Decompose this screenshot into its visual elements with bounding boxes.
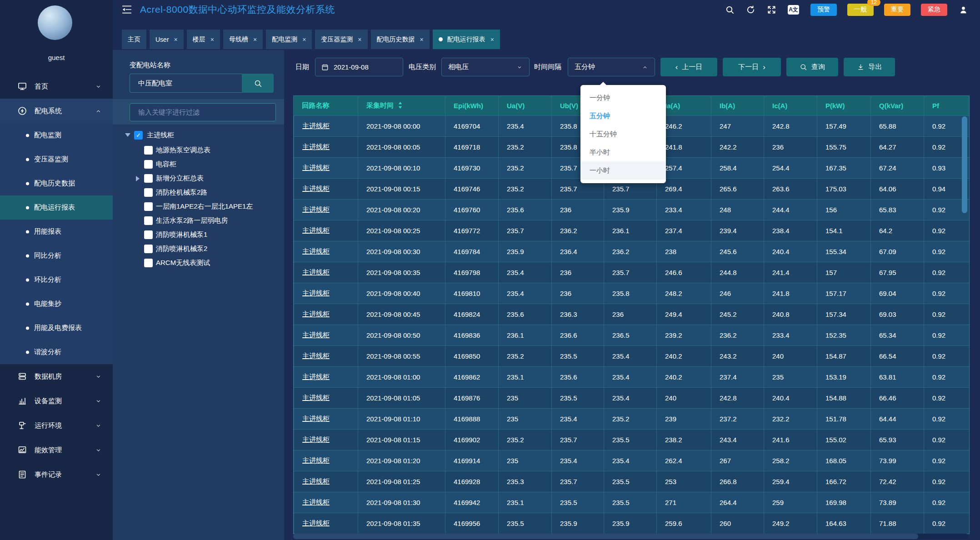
tree-node[interactable]: 生活水泵2路一层弱电房: [113, 214, 284, 228]
circuit-link[interactable]: 主进线柜: [294, 325, 358, 346]
circuit-link[interactable]: 主进线柜: [294, 283, 358, 304]
interval-select[interactable]: 五分钟: [568, 58, 655, 76]
tab-楼层[interactable]: 楼层×: [187, 30, 220, 49]
dropdown-option[interactable]: 十五分钟: [580, 125, 666, 143]
dropdown-option[interactable]: 一分钟: [580, 89, 666, 107]
fullscreen-icon[interactable]: [767, 5, 776, 15]
tree-node[interactable]: 地源热泵空调总表: [113, 143, 284, 157]
tree-node-checkbox[interactable]: [144, 188, 153, 197]
sidebar-subitem[interactable]: 电能集抄: [0, 292, 113, 316]
query-button[interactable]: 查询: [786, 58, 838, 76]
alarm-badge[interactable]: 重要: [884, 4, 910, 16]
tree-node[interactable]: 新增分立柜总表: [113, 171, 284, 185]
caret-down-icon[interactable]: [125, 133, 130, 137]
tree-node-checkbox[interactable]: [144, 160, 153, 169]
sidebar-item[interactable]: 能效管理: [0, 438, 113, 462]
close-icon[interactable]: ×: [358, 36, 361, 43]
circuit-link[interactable]: 主进线柜: [294, 158, 358, 179]
dropdown-option[interactable]: 一小时: [580, 161, 666, 180]
export-button[interactable]: 导出: [844, 58, 895, 76]
circuit-link[interactable]: 主进线柜: [294, 471, 358, 492]
next-day-button[interactable]: 下一日 ›: [723, 58, 781, 76]
tree-node[interactable]: 消防喷淋机械泵1: [113, 228, 284, 242]
close-icon[interactable]: ×: [420, 36, 424, 43]
dropdown-option[interactable]: 半小时: [580, 143, 666, 161]
sidebar-subitem[interactable]: 配电监测: [0, 123, 113, 147]
circuit-link[interactable]: 主进线柜: [294, 346, 358, 367]
sidebar-item[interactable]: 事件记录: [0, 462, 113, 487]
close-icon[interactable]: ×: [490, 36, 494, 43]
station-search-button[interactable]: [242, 74, 274, 93]
language-icon[interactable]: A文: [788, 5, 799, 15]
caret-right-icon[interactable]: [136, 176, 140, 181]
circuit-link[interactable]: 主进线柜: [294, 450, 358, 471]
tree-root-checkbox[interactable]: ✓: [134, 131, 143, 140]
close-icon[interactable]: ×: [210, 36, 214, 43]
tree-node-checkbox[interactable]: [144, 174, 153, 183]
circuit-link[interactable]: 主进线柜: [294, 220, 358, 241]
circuit-link[interactable]: 主进线柜: [294, 137, 358, 158]
sidebar-item[interactable]: 数据机房: [0, 364, 113, 389]
circuit-link[interactable]: 主进线柜: [294, 304, 358, 325]
sidebar-item[interactable]: 设备监测: [0, 389, 113, 413]
circuit-link[interactable]: 主进线柜: [294, 388, 358, 409]
prev-day-button[interactable]: ‹ 上一日: [660, 58, 717, 76]
tree-node-checkbox[interactable]: [144, 202, 153, 211]
voltage-type-select[interactable]: 相电压: [441, 58, 530, 76]
column-header-采集时间[interactable]: 采集时间: [358, 96, 445, 116]
sort-icon[interactable]: [397, 101, 403, 111]
circuit-link[interactable]: 主进线柜: [294, 262, 358, 283]
tree-node-checkbox[interactable]: [144, 245, 153, 253]
sidebar-subitem[interactable]: 用能及电费报表: [0, 316, 113, 340]
circuit-link[interactable]: 主进线柜: [294, 492, 358, 513]
alarm-badge[interactable]: 预警: [810, 4, 837, 16]
sidebar-item[interactable]: 首页: [0, 74, 113, 99]
tab-配电运行报表[interactable]: 配电运行报表×: [433, 30, 500, 49]
tab-User[interactable]: User×: [150, 30, 184, 49]
tree-node[interactable]: 电容柜: [113, 157, 284, 171]
circuit-link[interactable]: 主进线柜: [294, 116, 358, 137]
tab-母线槽[interactable]: 母线槽×: [223, 30, 263, 49]
alarm-badge[interactable]: 紧急: [921, 4, 947, 16]
tab-变压器监测[interactable]: 变压器监测×: [315, 30, 367, 49]
close-icon[interactable]: ×: [302, 36, 306, 43]
circuit-link[interactable]: 主进线柜: [294, 179, 358, 200]
sidebar-subitem[interactable]: 谐波分析: [0, 340, 113, 364]
tree-root-label[interactable]: 主进线柜: [147, 131, 174, 140]
tab-主页[interactable]: 主页: [122, 30, 146, 49]
sidebar-subitem[interactable]: 同比分析: [0, 244, 113, 268]
sidebar-subitem[interactable]: 环比分析: [0, 268, 113, 292]
refresh-icon[interactable]: [746, 5, 755, 15]
circuit-link[interactable]: 主进线柜: [294, 200, 358, 220]
date-picker[interactable]: 2021-09-08: [315, 58, 403, 76]
tree-node[interactable]: 消防栓机械泵2路: [113, 185, 284, 200]
alarm-badge[interactable]: 一般12: [847, 4, 874, 16]
circuit-link[interactable]: 主进线柜: [294, 430, 358, 450]
tab-配电历史数据[interactable]: 配电历史数据×: [371, 30, 430, 49]
menu-collapse-icon[interactable]: [121, 4, 133, 15]
user-icon[interactable]: [959, 5, 968, 15]
tree-node[interactable]: 一层南1APE2右一层北1APE1左: [113, 200, 284, 214]
tree-node-checkbox[interactable]: [144, 259, 153, 267]
tree-node-checkbox[interactable]: [144, 230, 153, 239]
vertical-scrollbar[interactable]: [962, 116, 967, 213]
circuit-link[interactable]: 主进线柜: [294, 241, 358, 262]
circuit-link[interactable]: 主进线柜: [294, 367, 358, 388]
tree-node[interactable]: ARCM无线表测试: [113, 256, 284, 270]
sidebar-subitem[interactable]: 配电运行报表: [0, 195, 113, 220]
tree-node-checkbox[interactable]: [144, 216, 153, 225]
sidebar-subitem[interactable]: 配电历史数据: [0, 171, 113, 195]
horizontal-scrollbar[interactable]: [293, 534, 918, 539]
close-icon[interactable]: ×: [253, 36, 257, 43]
tree-root-node[interactable]: ✓ 主进线柜: [113, 127, 284, 143]
search-icon[interactable]: [725, 5, 735, 15]
tree-node-checkbox[interactable]: [144, 146, 153, 155]
sidebar-subitem[interactable]: 用能报表: [0, 220, 113, 244]
sidebar-subitem[interactable]: 变压器监测: [0, 147, 113, 171]
sidebar-item[interactable]: 配电系统: [0, 99, 113, 123]
circuit-link[interactable]: 主进线柜: [294, 409, 358, 430]
close-icon[interactable]: ×: [174, 36, 178, 43]
dropdown-option[interactable]: 五分钟: [580, 107, 666, 125]
tree-node[interactable]: 消防喷淋机械泵2: [113, 242, 284, 256]
tab-配电监测[interactable]: 配电监测×: [266, 30, 312, 49]
